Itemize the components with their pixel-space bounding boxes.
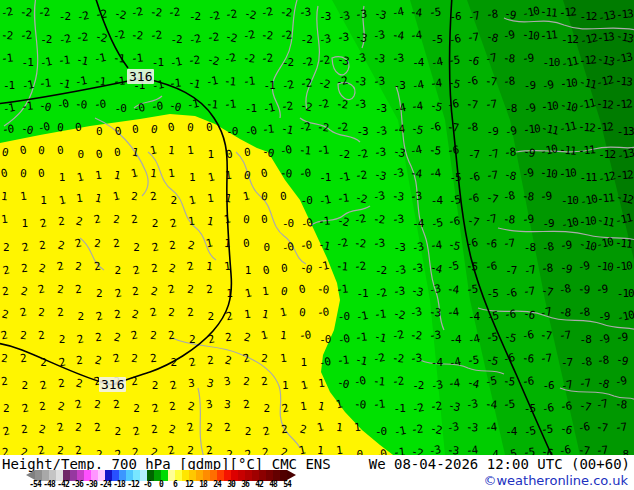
grid-temperature-value: -6 bbox=[465, 236, 478, 249]
grid-temperature-value: -7 bbox=[523, 263, 536, 276]
grid-temperature-value: -1 bbox=[3, 80, 14, 91]
grid-temperature-value: 2 bbox=[242, 399, 249, 411]
grid-temperature-value: 2 bbox=[150, 424, 157, 436]
grid-temperature-value: -2 bbox=[261, 29, 273, 41]
grid-temperature-value: -2 bbox=[354, 237, 366, 249]
grid-temperature-value: 2 bbox=[245, 426, 251, 437]
grid-temperature-value: -6 bbox=[502, 352, 515, 365]
grid-temperature-value: -1 bbox=[336, 193, 348, 205]
grid-temperature-value: -3 bbox=[372, 237, 384, 249]
grid-temperature-value: -2 bbox=[336, 215, 349, 228]
grid-temperature-value: -6 bbox=[558, 444, 571, 455]
grid-temperature-value: -2 bbox=[299, 78, 311, 90]
colorbar-tick-label: -24 bbox=[99, 481, 110, 489]
grid-temperature-value: -7 bbox=[484, 76, 496, 88]
grid-temperature-value: -7 bbox=[561, 357, 572, 368]
grid-temperature-value: 2 bbox=[19, 352, 26, 364]
grid-temperature-value: -2 bbox=[316, 98, 329, 111]
grid-temperature-value: -8 bbox=[558, 306, 570, 318]
grid-temperature-value: -5 bbox=[503, 331, 516, 344]
grid-temperature-value: -1 bbox=[205, 75, 218, 88]
grid-temperature-value: 0 bbox=[113, 147, 120, 159]
grid-temperature-value: -11 bbox=[540, 29, 558, 42]
grid-temperature-value: 2 bbox=[224, 422, 231, 434]
grid-temperature-value: -3 bbox=[410, 285, 423, 298]
grid-temperature-value: -10 bbox=[542, 57, 559, 68]
grid-temperature-value: -5 bbox=[503, 398, 515, 410]
grid-temperature-value: -11 bbox=[580, 172, 597, 183]
grid-temperature-value: -7 bbox=[558, 329, 570, 341]
grid-temperature-value: -4 bbox=[468, 311, 479, 322]
grid-temperature-value: -12 bbox=[595, 75, 614, 89]
grid-temperature-value: -7 bbox=[578, 377, 590, 389]
grid-temperature-value: -9 bbox=[504, 125, 517, 138]
grid-temperature-value: -3 bbox=[336, 54, 349, 67]
grid-temperature-value: 1 bbox=[335, 398, 343, 410]
colorbar-tick-label: 54 bbox=[283, 481, 291, 489]
grid-temperature-value: -9 bbox=[521, 214, 533, 226]
grid-temperature-value: 1 bbox=[318, 378, 325, 390]
grid-temperature-value: -10 bbox=[616, 309, 634, 323]
grid-temperature-value: -1 bbox=[355, 331, 367, 343]
grid-temperature-value: -9 bbox=[540, 191, 552, 203]
grid-temperature-value: 2 bbox=[149, 191, 156, 203]
grid-temperature-value: 2 bbox=[149, 329, 156, 341]
grid-temperature-value: -3 bbox=[354, 76, 366, 88]
grid-temperature-value: 0 bbox=[263, 242, 269, 253]
grid-temperature-value: -3 bbox=[391, 214, 403, 226]
grid-temperature-value: -13 bbox=[597, 31, 615, 44]
grid-temperature-value: -0 bbox=[375, 426, 386, 437]
grid-temperature-value: -4 bbox=[447, 283, 459, 295]
grid-temperature-value: -2 bbox=[411, 402, 424, 415]
grid-temperature-value: -2 bbox=[375, 265, 386, 276]
grid-temperature-value: -6 bbox=[447, 145, 459, 157]
grid-temperature-value: 1 bbox=[317, 445, 324, 455]
grid-temperature-value: -2 bbox=[391, 329, 404, 342]
weather-map-canvas[interactable]: -2-2-2-2-2-2-2-2-2-2-2-2-2-2-2-2-3-3-3-3… bbox=[0, 0, 634, 455]
grid-temperature-value: -0 bbox=[354, 398, 366, 410]
copyright-link[interactable]: ©weatheronline.co.uk bbox=[483, 473, 628, 488]
grid-temperature-value: 2 bbox=[38, 329, 45, 341]
grid-temperature-value: -8 bbox=[505, 103, 516, 114]
grid-temperature-value: 2 bbox=[261, 352, 268, 364]
grid-temperature-value: -8 bbox=[580, 334, 591, 345]
grid-temperature-value: -7 bbox=[540, 329, 552, 341]
grid-temperature-value: -2 bbox=[317, 122, 329, 134]
grid-temperature-value: -4 bbox=[393, 102, 406, 115]
grid-temperature-value: -1 bbox=[242, 76, 254, 88]
grid-temperature-value: -4 bbox=[412, 218, 423, 229]
grid-temperature-value: -1 bbox=[317, 145, 329, 157]
grid-temperature-value: -1 bbox=[186, 98, 199, 111]
grid-temperature-value: -9 bbox=[615, 331, 627, 343]
grid-temperature-value: 2 bbox=[3, 403, 9, 414]
grid-temperature-value: -4 bbox=[466, 377, 479, 390]
grid-temperature-value: 2 bbox=[75, 422, 82, 434]
grid-temperature-value: 1 bbox=[149, 168, 156, 180]
grid-temperature-value: 2 bbox=[131, 352, 138, 364]
grid-temperature-value: -4 bbox=[409, 144, 422, 157]
grid-temperature-value: -8 bbox=[485, 8, 497, 20]
grid-temperature-value: -2 bbox=[355, 148, 368, 161]
grid-temperature-value: -6 bbox=[466, 193, 478, 205]
grid-temperature-value: -1 bbox=[373, 308, 385, 320]
grid-temperature-value: 2 bbox=[131, 376, 138, 388]
grid-temperature-value: 2 bbox=[58, 356, 66, 368]
grid-temperature-value: -9 bbox=[597, 333, 610, 346]
grid-temperature-value: -1 bbox=[131, 53, 143, 65]
grid-temperature-value: -1 bbox=[152, 57, 163, 68]
grid-temperature-value: -10 bbox=[561, 195, 578, 206]
grid-temperature-value: -12 bbox=[577, 121, 595, 134]
colorbar-tick-label: 42 bbox=[255, 481, 263, 489]
grid-temperature-value: 2 bbox=[133, 242, 139, 253]
grid-temperature-value: 0 bbox=[19, 168, 26, 180]
grid-temperature-value: -2 bbox=[187, 55, 199, 67]
grid-temperature-value: -2 bbox=[38, 6, 50, 18]
grid-temperature-value: -9 bbox=[487, 126, 498, 137]
grid-temperature-value: 2 bbox=[170, 195, 176, 206]
grid-temperature-value: -6 bbox=[559, 423, 572, 436]
grid-temperature-value: 2 bbox=[77, 311, 83, 322]
grid-temperature-value: -10 bbox=[541, 100, 559, 113]
grid-temperature-value: -2 bbox=[355, 170, 367, 182]
grid-temperature-value: 2 bbox=[132, 285, 139, 297]
grid-temperature-value: -2 bbox=[225, 8, 237, 20]
